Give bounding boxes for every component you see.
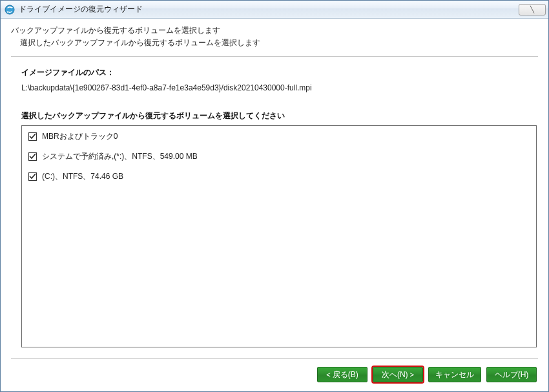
volumes-listbox: MBRおよびトラック0 システムで予約済み,(*:)、NTFS、549.00 M… xyxy=(21,125,537,347)
volume-label: MBRおよびトラック0 xyxy=(42,131,118,142)
close-button[interactable]: ╲ xyxy=(519,4,546,15)
volume-label: (C:)、NTFS、74.46 GB xyxy=(42,171,123,182)
volume-row[interactable]: システムで予約済み,(*:)、NTFS、549.00 MB xyxy=(28,151,530,162)
next-button-label: 次へ(N) xyxy=(382,369,408,380)
checkbox-icon[interactable] xyxy=(28,132,37,141)
volumes-label: 選択したバックアップファイルから復元するボリュームを選択してください xyxy=(21,110,537,121)
wizard-window: ドライブイメージの復元ウィザード ╲ バックアップファイルから復元するボリューム… xyxy=(0,0,549,392)
wizard-header: バックアップファイルから復元するボリュームを選択します 選択したバックアップファ… xyxy=(1,19,548,55)
svg-point-0 xyxy=(5,5,14,14)
chevron-left-icon: < xyxy=(326,371,330,378)
header-title: バックアップファイルから復元するボリュームを選択します xyxy=(11,25,538,36)
help-button-label: ヘルプ(H) xyxy=(495,369,529,380)
volume-row[interactable]: (C:)、NTFS、74.46 GB xyxy=(28,171,530,182)
wizard-footer: < 戻る(B) 次へ(N) > キャンセル ヘルプ(H) xyxy=(11,358,538,391)
volume-label: システムで予約済み,(*:)、NTFS、549.00 MB xyxy=(42,151,198,162)
volume-row[interactable]: MBRおよびトラック0 xyxy=(28,131,530,142)
window-title: ドライブイメージの復元ウィザード xyxy=(19,4,519,15)
content-area: バックアップファイルから復元するボリュームを選択します 選択したバックアップファ… xyxy=(1,19,548,391)
header-subtitle: 選択したバックアップファイルから復元するボリュームを選択します xyxy=(11,37,538,48)
image-path-value: L:\backupdata\{1e900267-83d1-4ef0-a8a7-f… xyxy=(21,83,537,92)
cancel-button-label: キャンセル xyxy=(435,369,474,380)
app-icon xyxy=(5,5,15,15)
checkbox-icon[interactable] xyxy=(28,172,37,181)
next-button[interactable]: 次へ(N) > xyxy=(373,367,423,382)
titlebar: ドライブイメージの復元ウィザード ╲ xyxy=(1,1,548,19)
wizard-body: イメージファイルのパス： L:\backupdata\{1e900267-83d… xyxy=(1,57,548,358)
image-path-label: イメージファイルのパス： xyxy=(21,67,537,78)
checkbox-icon[interactable] xyxy=(28,152,37,161)
back-button[interactable]: < 戻る(B) xyxy=(317,367,368,382)
close-icon: ╲ xyxy=(530,6,534,13)
help-button[interactable]: ヘルプ(H) xyxy=(486,367,537,382)
back-button-label: 戻る(B) xyxy=(333,369,358,380)
cancel-button[interactable]: キャンセル xyxy=(428,367,481,382)
chevron-right-icon: > xyxy=(410,371,414,378)
